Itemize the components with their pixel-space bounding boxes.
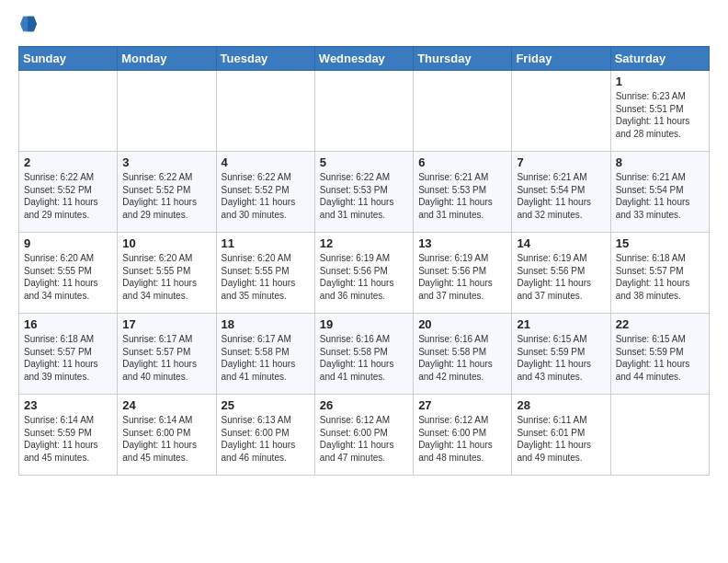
day-number: 24	[122, 398, 210, 412]
day-info: Sunrise: 6:16 AM Sunset: 5:58 PM Dayligh…	[418, 333, 506, 383]
day-cell: 3Sunrise: 6:22 AM Sunset: 5:52 PM Daylig…	[118, 152, 216, 233]
day-info: Sunrise: 6:20 AM Sunset: 5:55 PM Dayligh…	[24, 252, 112, 302]
day-number: 8	[616, 155, 704, 169]
day-cell: 11Sunrise: 6:20 AM Sunset: 5:55 PM Dayli…	[216, 233, 314, 314]
day-cell	[610, 395, 709, 476]
calendar-header-row: SundayMondayTuesdayWednesdayThursdayFrid…	[19, 47, 710, 71]
day-number: 26	[320, 398, 408, 412]
day-info: Sunrise: 6:21 AM Sunset: 5:53 PM Dayligh…	[418, 171, 506, 221]
day-info: Sunrise: 6:15 AM Sunset: 5:59 PM Dayligh…	[517, 333, 605, 383]
day-cell: 15Sunrise: 6:18 AM Sunset: 5:57 PM Dayli…	[610, 233, 709, 314]
day-number: 11	[222, 236, 310, 250]
day-cell: 24Sunrise: 6:14 AM Sunset: 6:00 PM Dayli…	[118, 395, 216, 476]
day-cell: 25Sunrise: 6:13 AM Sunset: 6:00 PM Dayli…	[216, 395, 314, 476]
day-info: Sunrise: 6:12 AM Sunset: 6:00 PM Dayligh…	[320, 414, 408, 464]
day-cell: 2Sunrise: 6:22 AM Sunset: 5:52 PM Daylig…	[19, 152, 118, 233]
calendar-table: SundayMondayTuesdayWednesdayThursdayFrid…	[18, 46, 710, 476]
week-row-3: 16Sunrise: 6:18 AM Sunset: 5:57 PM Dayli…	[19, 314, 710, 395]
day-header-sunday: Sunday	[19, 47, 118, 71]
logo-icon	[20, 15, 37, 33]
day-number: 7	[517, 155, 605, 169]
day-info: Sunrise: 6:19 AM Sunset: 5:56 PM Dayligh…	[320, 252, 408, 302]
day-cell: 10Sunrise: 6:20 AM Sunset: 5:55 PM Dayli…	[118, 233, 216, 314]
day-header-wednesday: Wednesday	[314, 47, 413, 71]
day-info: Sunrise: 6:13 AM Sunset: 6:00 PM Dayligh…	[222, 414, 310, 464]
day-number: 28	[517, 398, 605, 412]
day-number: 4	[222, 155, 310, 169]
day-cell: 20Sunrise: 6:16 AM Sunset: 5:58 PM Dayli…	[414, 314, 512, 395]
day-info: Sunrise: 6:18 AM Sunset: 5:57 PM Dayligh…	[24, 333, 112, 383]
day-info: Sunrise: 6:11 AM Sunset: 6:01 PM Dayligh…	[517, 414, 605, 464]
day-cell	[19, 71, 118, 152]
day-cell	[512, 71, 610, 152]
day-number: 10	[122, 236, 210, 250]
day-number: 9	[24, 236, 112, 250]
day-cell: 1Sunrise: 6:23 AM Sunset: 5:51 PM Daylig…	[610, 71, 709, 152]
week-row-1: 2Sunrise: 6:22 AM Sunset: 5:52 PM Daylig…	[19, 152, 710, 233]
day-cell	[216, 71, 314, 152]
logo	[18, 15, 37, 37]
day-cell: 27Sunrise: 6:12 AM Sunset: 6:00 PM Dayli…	[414, 395, 512, 476]
day-number: 13	[418, 236, 506, 250]
day-number: 16	[24, 317, 112, 331]
day-number: 19	[320, 317, 408, 331]
day-header-saturday: Saturday	[610, 47, 709, 71]
day-info: Sunrise: 6:15 AM Sunset: 5:59 PM Dayligh…	[616, 333, 704, 383]
day-number: 3	[122, 155, 210, 169]
day-info: Sunrise: 6:17 AM Sunset: 5:58 PM Dayligh…	[222, 333, 310, 383]
day-cell: 16Sunrise: 6:18 AM Sunset: 5:57 PM Dayli…	[19, 314, 118, 395]
day-cell	[118, 71, 216, 152]
day-number: 23	[24, 398, 112, 412]
day-info: Sunrise: 6:14 AM Sunset: 5:59 PM Dayligh…	[24, 414, 112, 464]
day-info: Sunrise: 6:12 AM Sunset: 6:00 PM Dayligh…	[418, 414, 506, 464]
day-info: Sunrise: 6:18 AM Sunset: 5:57 PM Dayligh…	[616, 252, 704, 302]
day-cell: 6Sunrise: 6:21 AM Sunset: 5:53 PM Daylig…	[414, 152, 512, 233]
day-cell: 14Sunrise: 6:19 AM Sunset: 5:56 PM Dayli…	[512, 233, 610, 314]
day-number: 14	[517, 236, 605, 250]
day-number: 25	[222, 398, 310, 412]
day-number: 15	[616, 236, 704, 250]
day-info: Sunrise: 6:20 AM Sunset: 5:55 PM Dayligh…	[222, 252, 310, 302]
week-row-0: 1Sunrise: 6:23 AM Sunset: 5:51 PM Daylig…	[19, 71, 710, 152]
day-info: Sunrise: 6:22 AM Sunset: 5:52 PM Dayligh…	[222, 171, 310, 221]
day-cell	[414, 71, 512, 152]
header	[18, 15, 710, 37]
day-info: Sunrise: 6:16 AM Sunset: 5:58 PM Dayligh…	[320, 333, 408, 383]
day-info: Sunrise: 6:22 AM Sunset: 5:52 PM Dayligh…	[122, 171, 210, 221]
day-number: 20	[418, 317, 506, 331]
day-number: 27	[418, 398, 506, 412]
page: SundayMondayTuesdayWednesdayThursdayFrid…	[0, 0, 728, 563]
day-info: Sunrise: 6:22 AM Sunset: 5:53 PM Dayligh…	[320, 171, 408, 221]
day-cell	[314, 71, 413, 152]
day-cell: 12Sunrise: 6:19 AM Sunset: 5:56 PM Dayli…	[314, 233, 413, 314]
svg-marker-1	[28, 17, 37, 31]
day-cell: 5Sunrise: 6:22 AM Sunset: 5:53 PM Daylig…	[314, 152, 413, 233]
day-header-monday: Monday	[118, 47, 216, 71]
day-number: 18	[222, 317, 310, 331]
day-number: 6	[418, 155, 506, 169]
day-info: Sunrise: 6:23 AM Sunset: 5:51 PM Dayligh…	[616, 90, 704, 140]
day-cell: 13Sunrise: 6:19 AM Sunset: 5:56 PM Dayli…	[414, 233, 512, 314]
day-info: Sunrise: 6:19 AM Sunset: 5:56 PM Dayligh…	[517, 252, 605, 302]
day-cell: 26Sunrise: 6:12 AM Sunset: 6:00 PM Dayli…	[314, 395, 413, 476]
day-cell: 21Sunrise: 6:15 AM Sunset: 5:59 PM Dayli…	[512, 314, 610, 395]
day-header-tuesday: Tuesday	[216, 47, 314, 71]
day-cell: 22Sunrise: 6:15 AM Sunset: 5:59 PM Dayli…	[610, 314, 709, 395]
day-number: 17	[122, 317, 210, 331]
day-info: Sunrise: 6:19 AM Sunset: 5:56 PM Dayligh…	[418, 252, 506, 302]
week-row-4: 23Sunrise: 6:14 AM Sunset: 5:59 PM Dayli…	[19, 395, 710, 476]
day-cell: 18Sunrise: 6:17 AM Sunset: 5:58 PM Dayli…	[216, 314, 314, 395]
day-cell: 8Sunrise: 6:21 AM Sunset: 5:54 PM Daylig…	[610, 152, 709, 233]
day-info: Sunrise: 6:22 AM Sunset: 5:52 PM Dayligh…	[24, 171, 112, 221]
day-cell: 17Sunrise: 6:17 AM Sunset: 5:57 PM Dayli…	[118, 314, 216, 395]
day-header-thursday: Thursday	[414, 47, 512, 71]
day-info: Sunrise: 6:17 AM Sunset: 5:57 PM Dayligh…	[122, 333, 210, 383]
day-number: 5	[320, 155, 408, 169]
day-header-friday: Friday	[512, 47, 610, 71]
day-cell: 28Sunrise: 6:11 AM Sunset: 6:01 PM Dayli…	[512, 395, 610, 476]
day-info: Sunrise: 6:21 AM Sunset: 5:54 PM Dayligh…	[616, 171, 704, 221]
day-cell: 7Sunrise: 6:21 AM Sunset: 5:54 PM Daylig…	[512, 152, 610, 233]
week-row-2: 9Sunrise: 6:20 AM Sunset: 5:55 PM Daylig…	[19, 233, 710, 314]
day-number: 21	[517, 317, 605, 331]
day-info: Sunrise: 6:14 AM Sunset: 6:00 PM Dayligh…	[122, 414, 210, 464]
